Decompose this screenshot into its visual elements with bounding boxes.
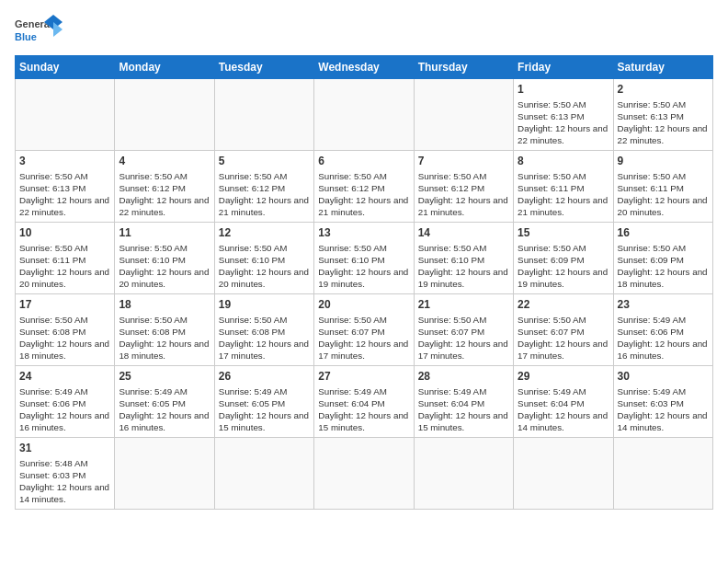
day-number: 22 xyxy=(518,297,609,313)
calendar-week-row: 17Sunrise: 5:50 AM Sunset: 6:08 PM Dayli… xyxy=(16,294,713,366)
day-info: Sunrise: 5:50 AM Sunset: 6:11 PM Dayligh… xyxy=(19,242,110,291)
day-info: Sunrise: 5:49 AM Sunset: 6:06 PM Dayligh… xyxy=(618,314,709,362)
calendar-cell xyxy=(314,438,414,510)
column-header-thursday: Thursday xyxy=(414,56,513,79)
header: General Blue xyxy=(15,15,713,50)
calendar-cell: 9Sunrise: 5:50 AM Sunset: 6:11 PM Daylig… xyxy=(613,151,712,223)
calendar-cell: 8Sunrise: 5:50 AM Sunset: 6:11 PM Daylig… xyxy=(514,151,613,223)
calendar-cell: 28Sunrise: 5:49 AM Sunset: 6:04 PM Dayli… xyxy=(414,366,513,438)
calendar-week-row: 24Sunrise: 5:49 AM Sunset: 6:06 PM Dayli… xyxy=(16,366,713,438)
day-info: Sunrise: 5:50 AM Sunset: 6:12 PM Dayligh… xyxy=(418,170,509,219)
day-number: 25 xyxy=(119,369,210,385)
calendar-cell xyxy=(414,79,513,151)
calendar-cell: 21Sunrise: 5:50 AM Sunset: 6:07 PM Dayli… xyxy=(414,294,513,366)
day-info: Sunrise: 5:50 AM Sunset: 6:13 PM Dayligh… xyxy=(618,98,709,147)
calendar-week-row: 10Sunrise: 5:50 AM Sunset: 6:11 PM Dayli… xyxy=(16,223,713,294)
day-number: 6 xyxy=(318,154,409,169)
calendar-cell xyxy=(514,438,613,510)
calendar: SundayMondayTuesdayWednesdayThursdayFrid… xyxy=(15,55,713,510)
column-header-monday: Monday xyxy=(115,56,214,79)
calendar-cell: 6Sunrise: 5:50 AM Sunset: 6:12 PM Daylig… xyxy=(314,151,414,223)
day-info: Sunrise: 5:49 AM Sunset: 6:04 PM Dayligh… xyxy=(418,385,509,434)
day-info: Sunrise: 5:49 AM Sunset: 6:05 PM Dayligh… xyxy=(119,385,210,434)
day-number: 15 xyxy=(518,225,609,241)
day-number: 11 xyxy=(119,225,210,241)
day-info: Sunrise: 5:50 AM Sunset: 6:12 PM Dayligh… xyxy=(219,170,310,219)
column-header-saturday: Saturday xyxy=(613,56,712,79)
calendar-cell xyxy=(414,438,513,510)
day-info: Sunrise: 5:50 AM Sunset: 6:07 PM Dayligh… xyxy=(518,314,609,362)
calendar-cell: 30Sunrise: 5:49 AM Sunset: 6:03 PM Dayli… xyxy=(613,366,712,438)
day-info: Sunrise: 5:49 AM Sunset: 6:06 PM Dayligh… xyxy=(19,385,110,434)
calendar-cell xyxy=(16,79,115,151)
logo: General Blue xyxy=(15,15,63,50)
day-info: Sunrise: 5:50 AM Sunset: 6:11 PM Dayligh… xyxy=(518,170,609,219)
day-info: Sunrise: 5:50 AM Sunset: 6:13 PM Dayligh… xyxy=(19,170,110,219)
calendar-cell xyxy=(115,438,214,510)
day-info: Sunrise: 5:50 AM Sunset: 6:12 PM Dayligh… xyxy=(119,170,210,219)
day-info: Sunrise: 5:49 AM Sunset: 6:04 PM Dayligh… xyxy=(318,385,409,434)
day-info: Sunrise: 5:50 AM Sunset: 6:08 PM Dayligh… xyxy=(119,314,210,362)
column-header-friday: Friday xyxy=(514,56,613,79)
day-info: Sunrise: 5:50 AM Sunset: 6:08 PM Dayligh… xyxy=(19,314,110,362)
calendar-cell: 31Sunrise: 5:48 AM Sunset: 6:03 PM Dayli… xyxy=(16,438,115,510)
day-number: 29 xyxy=(518,369,609,385)
calendar-cell: 19Sunrise: 5:50 AM Sunset: 6:08 PM Dayli… xyxy=(214,294,313,366)
day-number: 7 xyxy=(418,154,509,169)
calendar-cell: 13Sunrise: 5:50 AM Sunset: 6:10 PM Dayli… xyxy=(314,223,414,294)
calendar-cell xyxy=(214,438,313,510)
calendar-cell: 15Sunrise: 5:50 AM Sunset: 6:09 PM Dayli… xyxy=(514,223,613,294)
calendar-cell: 4Sunrise: 5:50 AM Sunset: 6:12 PM Daylig… xyxy=(115,151,214,223)
day-info: Sunrise: 5:50 AM Sunset: 6:07 PM Dayligh… xyxy=(418,314,509,362)
day-info: Sunrise: 5:49 AM Sunset: 6:04 PM Dayligh… xyxy=(518,385,609,434)
day-number: 21 xyxy=(418,297,509,313)
day-number: 27 xyxy=(318,369,409,385)
day-number: 8 xyxy=(518,154,609,169)
day-info: Sunrise: 5:50 AM Sunset: 6:08 PM Dayligh… xyxy=(219,314,310,362)
calendar-cell: 22Sunrise: 5:50 AM Sunset: 6:07 PM Dayli… xyxy=(514,294,613,366)
calendar-cell: 7Sunrise: 5:50 AM Sunset: 6:12 PM Daylig… xyxy=(414,151,513,223)
day-number: 9 xyxy=(618,154,709,169)
day-number: 3 xyxy=(19,154,110,169)
day-number: 10 xyxy=(19,225,110,241)
calendar-cell: 29Sunrise: 5:49 AM Sunset: 6:04 PM Dayli… xyxy=(514,366,613,438)
day-number: 20 xyxy=(318,297,409,313)
day-number: 4 xyxy=(119,154,210,169)
day-info: Sunrise: 5:49 AM Sunset: 6:05 PM Dayligh… xyxy=(219,385,310,434)
calendar-cell: 24Sunrise: 5:49 AM Sunset: 6:06 PM Dayli… xyxy=(16,366,115,438)
day-number: 16 xyxy=(618,225,709,241)
day-number: 2 xyxy=(618,82,709,98)
calendar-cell: 12Sunrise: 5:50 AM Sunset: 6:10 PM Dayli… xyxy=(214,223,313,294)
calendar-week-row: 31Sunrise: 5:48 AM Sunset: 6:03 PM Dayli… xyxy=(16,438,713,510)
day-info: Sunrise: 5:50 AM Sunset: 6:11 PM Dayligh… xyxy=(618,170,709,219)
calendar-cell: 5Sunrise: 5:50 AM Sunset: 6:12 PM Daylig… xyxy=(214,151,313,223)
day-number: 1 xyxy=(518,82,609,98)
day-info: Sunrise: 5:50 AM Sunset: 6:10 PM Dayligh… xyxy=(418,242,509,291)
day-number: 12 xyxy=(219,225,310,241)
day-number: 14 xyxy=(418,225,509,241)
day-info: Sunrise: 5:50 AM Sunset: 6:10 PM Dayligh… xyxy=(219,242,310,291)
calendar-cell: 3Sunrise: 5:50 AM Sunset: 6:13 PM Daylig… xyxy=(16,151,115,223)
day-number: 17 xyxy=(19,297,110,313)
column-header-sunday: Sunday xyxy=(16,56,115,79)
day-info: Sunrise: 5:50 AM Sunset: 6:07 PM Dayligh… xyxy=(318,314,409,362)
calendar-cell xyxy=(613,438,712,510)
column-header-wednesday: Wednesday xyxy=(314,56,414,79)
day-number: 18 xyxy=(119,297,210,313)
calendar-week-row: 1Sunrise: 5:50 AM Sunset: 6:13 PM Daylig… xyxy=(16,79,713,151)
day-number: 26 xyxy=(219,369,310,385)
calendar-cell: 10Sunrise: 5:50 AM Sunset: 6:11 PM Dayli… xyxy=(16,223,115,294)
logo-svg: General Blue xyxy=(15,15,63,50)
calendar-cell: 23Sunrise: 5:49 AM Sunset: 6:06 PM Dayli… xyxy=(613,294,712,366)
day-info: Sunrise: 5:48 AM Sunset: 6:03 PM Dayligh… xyxy=(19,457,110,506)
calendar-cell: 1Sunrise: 5:50 AM Sunset: 6:13 PM Daylig… xyxy=(514,79,613,151)
column-header-tuesday: Tuesday xyxy=(214,56,313,79)
calendar-cell: 27Sunrise: 5:49 AM Sunset: 6:04 PM Dayli… xyxy=(314,366,414,438)
day-number: 5 xyxy=(219,154,310,169)
calendar-header-row: SundayMondayTuesdayWednesdayThursdayFrid… xyxy=(16,56,713,79)
svg-text:Blue: Blue xyxy=(15,31,37,42)
calendar-cell: 14Sunrise: 5:50 AM Sunset: 6:10 PM Dayli… xyxy=(414,223,513,294)
calendar-cell: 17Sunrise: 5:50 AM Sunset: 6:08 PM Dayli… xyxy=(16,294,115,366)
calendar-cell: 25Sunrise: 5:49 AM Sunset: 6:05 PM Dayli… xyxy=(115,366,214,438)
calendar-cell: 2Sunrise: 5:50 AM Sunset: 6:13 PM Daylig… xyxy=(613,79,712,151)
